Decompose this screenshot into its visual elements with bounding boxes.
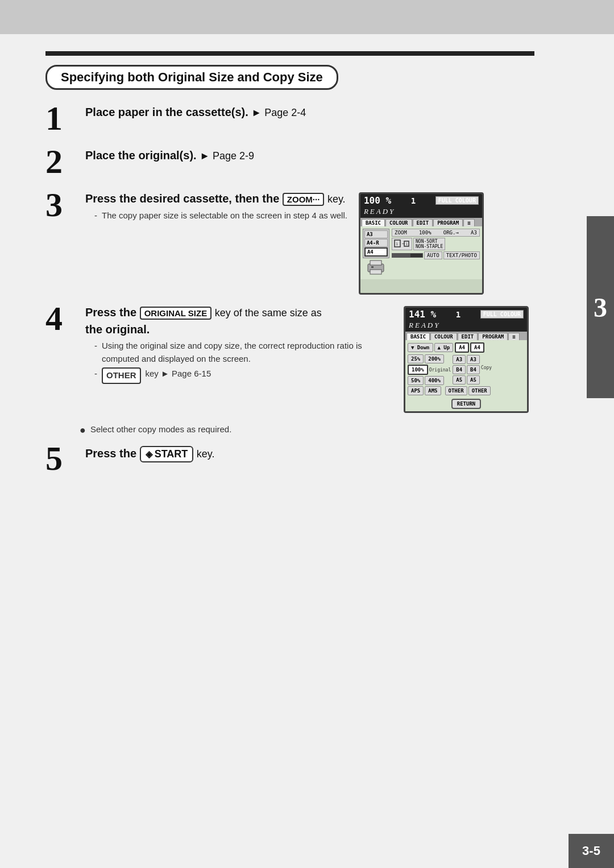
step-5: 5 Press the ◈ START key. <box>45 446 534 476</box>
step-3-left: 3 Press the desired cassette, then the Z… <box>45 192 347 222</box>
up-btn[interactable]: ▲ Up <box>434 343 454 352</box>
orig-label: Original <box>429 367 451 373</box>
step-1-title-bold: Place paper in the cassette(s). <box>85 106 248 118</box>
bullet-icon: ● <box>80 424 86 437</box>
dash: - <box>94 209 97 222</box>
aps-ams: APS AMS <box>408 386 441 395</box>
auto-label: AUTO <box>427 253 439 258</box>
lcd-screen-2: 141 % 1 FULL COLOUR READY BASIC COLOUR E… <box>404 306 529 413</box>
nav-btns: ▼ Down ▲ Up <box>408 343 453 352</box>
zoom-100[interactable]: 100% <box>408 365 428 375</box>
step-5-title-bold: Press the <box>85 447 136 460</box>
other-pair: OTHER OTHER <box>445 386 491 395</box>
progress-fill <box>392 254 410 257</box>
start-label: START <box>155 448 188 460</box>
tab-program[interactable]: PROGRAM <box>433 219 463 226</box>
step-2-title-extra: ► Page 2-9 <box>200 150 254 162</box>
lcd1-tabs: BASIC COLOUR EDIT PROGRAM ≡ <box>360 218 482 226</box>
tab2-edit[interactable]: EDIT <box>458 333 478 340</box>
cassette-a4r[interactable]: A4-R <box>364 239 388 247</box>
zoom-50[interactable]: 50% <box>408 376 424 385</box>
zoom-100-row: 100% Original <box>408 365 451 375</box>
progress-bar <box>392 253 423 258</box>
other-orig-btn[interactable]: OTHER <box>445 386 467 395</box>
lcd2-row2: 25% 200% 100% Original 50% 400% <box>408 354 525 385</box>
copy-a3[interactable]: A3 <box>467 355 480 364</box>
step-3-key: ZOOM··· <box>283 192 327 205</box>
orig-a3[interactable]: A3 <box>453 355 466 364</box>
a4-pair: A4 A4 <box>455 342 484 353</box>
lcd1-top-bar: 100 % 1 FULL COLOUR <box>360 194 482 207</box>
tab-basic[interactable]: BASIC <box>362 219 385 226</box>
cassette-list: A3 A4-R A4 <box>363 229 389 258</box>
lcd2-percent: 141 % <box>409 309 436 320</box>
copy-a4[interactable]: A4 <box>470 342 484 353</box>
aps-btn[interactable]: APS <box>408 386 424 395</box>
step-5-content: Press the ◈ START key. <box>85 446 534 466</box>
tab2-basic[interactable]: BASIC <box>406 333 430 340</box>
b4-pair: B4 B4 Copy <box>453 365 492 374</box>
step-4-content: Press the ORIGINAL SIZE key of the same … <box>85 306 392 384</box>
start-icon: ◈ <box>146 449 152 460</box>
cassette-a3[interactable]: A3 <box>364 230 388 238</box>
copy-b4[interactable]: B4 <box>467 365 480 374</box>
step-1-number: 1 <box>45 101 80 135</box>
step-3-content: Press the desired cassette, then the ZOO… <box>85 192 347 222</box>
zoom-200[interactable]: 200% <box>425 354 444 363</box>
step-1: 1 Place paper in the cassette(s). ► Page… <box>45 106 534 135</box>
copy-ratio: 1 → 1 <box>392 238 412 250</box>
printer-icon-area <box>363 259 389 277</box>
svg-text:1: 1 <box>396 242 398 246</box>
lcd2-copies: 1 <box>456 310 460 319</box>
orig-a5[interactable]: A5 <box>453 375 466 385</box>
dash-2: - <box>94 367 97 384</box>
lcd1-ready: READY <box>360 207 482 218</box>
ams-btn[interactable]: AMS <box>425 386 441 395</box>
step-3-row: 3 Press the desired cassette, then the Z… <box>45 192 534 295</box>
top-bar <box>0 0 614 34</box>
copy-ratio-icon: 1 → 1 <box>394 239 410 248</box>
page-number-tab: 3-5 <box>569 834 614 868</box>
a5-pair: A5 A5 <box>453 375 492 385</box>
original-size-key: ORIGINAL SIZE <box>140 307 212 320</box>
tab-edit[interactable]: EDIT <box>413 219 433 226</box>
printer-icon <box>366 259 386 275</box>
tab2-menu[interactable]: ≡ <box>508 333 519 340</box>
non-sort: NON-SORT <box>416 239 443 244</box>
copy-a5[interactable]: A5 <box>467 375 480 385</box>
tab2-program[interactable]: PROGRAM <box>478 333 508 340</box>
page-number: 3-5 <box>582 844 600 858</box>
non-sort-box: NON-SORT NON-STAPLE <box>413 238 445 250</box>
dash-1: - <box>94 340 97 365</box>
orig-b4[interactable]: B4 <box>453 365 466 374</box>
cassette-list-col: A3 A4-R A4 <box>363 229 389 277</box>
step-4-title-mid: key of the same size as <box>215 307 322 319</box>
tab2-colour[interactable]: COLOUR <box>430 333 457 340</box>
copy-label: Copy <box>481 365 492 374</box>
return-row: RETURN <box>408 397 525 409</box>
orig-a4[interactable]: A4 <box>455 342 469 353</box>
text-photo-label: TEXT/PHOTO <box>446 253 477 258</box>
orig-label: ORG.→ <box>443 230 459 235</box>
svg-text:1: 1 <box>405 242 408 246</box>
page-container: 3 Specifying both Original Size and Copy… <box>0 0 614 868</box>
return-btn[interactable]: RETURN <box>451 399 482 409</box>
lcd2-top-bar: 141 % 1 FULL COLOUR <box>405 308 527 321</box>
zoom-col: 25% 200% 100% Original 50% 400% <box>408 354 451 385</box>
step-1-title-extra: ► Page 2-4 <box>251 107 306 118</box>
lcd2-row1: ▼ Down ▲ Up A4 A4 <box>408 342 525 353</box>
step-3-note-text: The copy paper size is selectable on the… <box>102 209 347 222</box>
size-pairs: A3 A3 B4 B4 Copy A5 A5 <box>453 355 492 385</box>
zoom-400[interactable]: 400% <box>425 376 444 385</box>
zoom-val: 100% <box>419 230 432 235</box>
step-3-note: - The copy paper size is selectable on t… <box>94 209 347 222</box>
down-btn[interactable]: ▼ Down <box>408 343 433 352</box>
other-copy-btn[interactable]: OTHER <box>468 386 491 395</box>
a3-pair: A3 A3 <box>453 355 492 364</box>
tab-menu[interactable]: ≡ <box>463 219 474 226</box>
tab-colour[interactable]: COLOUR <box>385 219 412 226</box>
zoom-25[interactable]: 25% <box>408 354 424 363</box>
cassette-a4[interactable]: A4 <box>364 247 388 257</box>
step-4-row: 4 Press the ORIGINAL SIZE key of the sam… <box>45 306 534 413</box>
page-title: Specifying both Original Size and Copy S… <box>61 70 323 84</box>
